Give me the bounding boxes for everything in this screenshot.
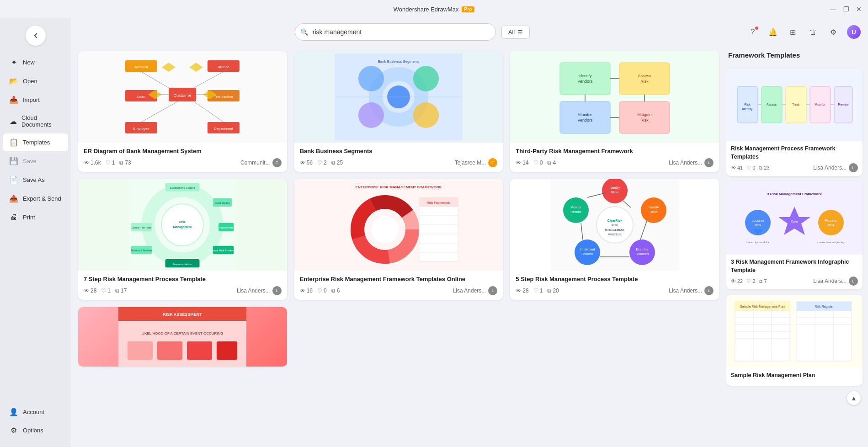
views-framework: 👁 41 bbox=[731, 165, 743, 170]
side-card-info-sample-plan: Sample Risk Management Plan bbox=[726, 368, 863, 386]
copies-enterprise: ⧉ 6 bbox=[331, 287, 340, 294]
filter-menu-icon: ☰ bbox=[517, 29, 523, 36]
community-button[interactable]: ⊞ bbox=[787, 26, 799, 38]
svg-point-29 bbox=[413, 66, 439, 91]
right-panel-header: Framework Templates bbox=[726, 51, 863, 63]
likes-7step: ♡ 1 bbox=[101, 287, 111, 294]
sidebar-item-print[interactable]: 🖨 Print bbox=[3, 208, 68, 226]
saveas-icon: 📄 bbox=[9, 176, 18, 184]
help-icon: ? bbox=[751, 28, 755, 36]
svg-text:Transaction: Transaction bbox=[214, 95, 234, 99]
side-card-3framework[interactable]: 3 Risk Management Framework Location Ris… bbox=[726, 181, 863, 289]
template-card-bank-segments[interactable]: Bank Business Segments Bank Business Seg… bbox=[294, 51, 503, 172]
titlebar: Wondershare EdrawMax Pro — ❐ ✕ bbox=[0, 0, 868, 18]
views-3framework: 👁 22 bbox=[731, 278, 743, 284]
card-info-er: ER Diagram of Bank Management System 👁 1… bbox=[78, 143, 287, 172]
card-image-er: Customer Account Branch Loan Transaction bbox=[78, 51, 287, 143]
svg-rect-35 bbox=[560, 63, 610, 95]
close-button[interactable]: ✕ bbox=[855, 5, 863, 13]
side-card-framework[interactable]: Risk Identify Assess Treat Monitor Revie… bbox=[726, 68, 863, 176]
author-er: Communit... C bbox=[240, 158, 282, 167]
template-card-risk-assessment[interactable]: RISK ASSESSMENT LIKELIHOOD OF A CERTAIN … bbox=[78, 307, 287, 367]
sidebar-item-cloud[interactable]: ☁ Cloud Documents bbox=[3, 110, 68, 133]
sidebar-item-options[interactable]: ⚙ Options bbox=[3, 421, 68, 439]
help-button[interactable]: ? bbox=[746, 26, 759, 38]
svg-text:Implement: Implement bbox=[580, 248, 595, 251]
card-meta-er: 👁 1.6k ♡ 1 ⧉ 73 bbox=[84, 158, 282, 167]
likes-5step: ♡ 1 bbox=[533, 287, 543, 294]
svg-text:PROCESS: PROCESS bbox=[608, 233, 621, 236]
maximize-button[interactable]: ❐ bbox=[842, 5, 850, 13]
author-avatar-framework: L bbox=[849, 163, 858, 172]
search-input[interactable] bbox=[295, 23, 496, 41]
scroll-to-top-button[interactable]: ▲ bbox=[847, 391, 861, 405]
svg-text:ClearRisk: ClearRisk bbox=[607, 219, 622, 222]
svg-text:Solution: Solution bbox=[581, 252, 593, 255]
author-avatar-3framework: L bbox=[849, 277, 858, 286]
template-card-5step[interactable]: ClearRisk RISK MANAGEMENT PROCESS Identi… bbox=[510, 179, 719, 300]
svg-rect-44 bbox=[619, 101, 670, 133]
copies-7step: ⧉ 17 bbox=[115, 287, 127, 294]
back-button[interactable] bbox=[26, 26, 46, 46]
sidebar-item-saveas[interactable]: 📄 Save As bbox=[3, 171, 68, 189]
template-card-er-diagram[interactable]: Customer Account Branch Loan Transaction bbox=[78, 51, 287, 172]
template-card-thirdparty[interactable]: Identify Vendors Assess Risk Monitor Ven… bbox=[510, 51, 719, 172]
card-meta-7step: 👁 28 ♡ 1 ⧉ 17 bbox=[84, 286, 282, 295]
svg-point-73 bbox=[371, 216, 399, 243]
minimize-button[interactable]: — bbox=[830, 5, 837, 13]
sidebar-item-export[interactable]: 📤 Export & Send bbox=[3, 190, 68, 208]
svg-text:Risk: Risk bbox=[828, 224, 834, 227]
eye-icon-enterprise: 👁 bbox=[300, 287, 305, 294]
card-title-er: ER Diagram of Bank Management System bbox=[84, 147, 282, 155]
settings-button[interactable]: ⚙ bbox=[827, 26, 840, 38]
copies-5step: ⧉ 20 bbox=[547, 287, 559, 294]
right-panel: Framework Templates Risk Identify Assess bbox=[726, 46, 868, 447]
svg-text:Vendors: Vendors bbox=[577, 79, 593, 84]
template-card-enterprise[interactable]: ENTERPRISE RISK MANAGEMENT FRAMEWORK bbox=[294, 179, 503, 300]
side-card-sample-plan[interactable]: Sample Risk Management Plan Risk Reg bbox=[726, 295, 863, 386]
options-icon: ⚙ bbox=[9, 426, 18, 435]
author-framework: Lisa Anders... L bbox=[813, 163, 858, 172]
sidebar-item-templates[interactable]: 📋 Templates bbox=[3, 133, 68, 151]
svg-point-30 bbox=[358, 102, 384, 128]
card-image-enterprise: ENTERPRISE RISK MANAGEMENT FRAMEWORK bbox=[294, 179, 503, 271]
side-card-info-framework: Risk Management Process Framework Templa… bbox=[726, 141, 863, 176]
svg-rect-111 bbox=[217, 341, 237, 360]
notification-button[interactable]: 🔔 bbox=[767, 26, 779, 38]
user-avatar[interactable]: U bbox=[847, 25, 861, 39]
svg-text:LIKELIHOOD OF A CERTAIN EVENT : LIKELIHOOD OF A CERTAIN EVENT OCCURING bbox=[142, 331, 224, 335]
side-card-meta-framework: 👁 41 ♡ 0 ⧉ 23 bbox=[731, 163, 858, 172]
views-thirdparty: 👁 14 bbox=[516, 160, 528, 166]
author-7step: Lisa Anders... L bbox=[237, 286, 282, 295]
trash-button[interactable]: 🗑 bbox=[807, 26, 820, 38]
topbar: 🔍 All ☰ ? 🔔 ⊞ bbox=[71, 18, 868, 46]
sidebar-item-new[interactable]: ✦ New bbox=[3, 53, 68, 71]
sidebar-bottom: 👤 Account ⚙ Options bbox=[0, 403, 71, 443]
sidebar-item-open[interactable]: 📂 Open bbox=[3, 72, 68, 90]
card-meta-enterprise: 👁 16 ♡ 0 ⧉ 6 bbox=[300, 286, 498, 295]
likes-bank: ♡ 2 bbox=[317, 160, 327, 166]
new-icon: ✦ bbox=[9, 58, 18, 67]
filter-button[interactable]: All ☰ bbox=[501, 26, 530, 39]
copy-icon-5step: ⧉ bbox=[547, 287, 551, 294]
sidebar-item-account[interactable]: 👤 Account bbox=[3, 403, 68, 421]
svg-text:Risk: Risk bbox=[179, 220, 186, 224]
export-icon: 📤 bbox=[9, 194, 18, 203]
views-7step: 👁 28 bbox=[84, 287, 96, 294]
copies-3framework: ⧉ 7 bbox=[759, 278, 767, 284]
author-thirdparty: Lisa Anders... L bbox=[669, 158, 714, 167]
sidebar-item-save[interactable]: 💾 Save bbox=[3, 152, 68, 170]
svg-text:Assessment: Assessment bbox=[219, 227, 234, 229]
svg-point-132 bbox=[818, 210, 844, 235]
template-card-7step[interactable]: Establish the Context Identification Ass… bbox=[78, 179, 287, 300]
svg-text:Employee: Employee bbox=[133, 127, 150, 131]
copy-icon-thirdparty: ⧉ bbox=[547, 160, 551, 166]
settings-icon: ⚙ bbox=[830, 28, 836, 37]
account-icon: 👤 bbox=[9, 408, 18, 416]
sidebar-item-import[interactable]: 📥 Import bbox=[3, 91, 68, 109]
sidebar-item-label-import: Import bbox=[23, 96, 40, 103]
card-meta-5step: 👁 28 ♡ 1 ⧉ 20 bbox=[516, 286, 714, 295]
author-avatar-5step: L bbox=[704, 286, 714, 295]
svg-text:ENTERPRISE RISK MANAGEMENT FRA: ENTERPRISE RISK MANAGEMENT FRAMEWORK bbox=[356, 185, 442, 189]
svg-text:Vendors: Vendors bbox=[577, 118, 593, 122]
